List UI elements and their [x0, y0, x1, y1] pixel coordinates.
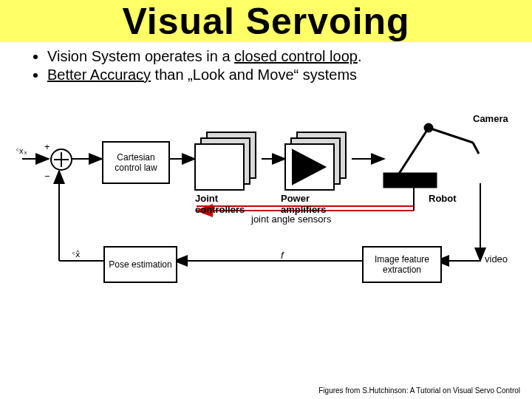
citation: Figures from S.Hutchinson: A Tutorial on… [318, 386, 520, 395]
page-title: Visual Servoing [0, 1, 532, 42]
video-label: video [485, 253, 508, 265]
feedback-symbol: ᶜx̂ [72, 250, 81, 259]
cartesian-control-law-block: Cartesian control law [102, 141, 170, 184]
svg-rect-17 [195, 144, 244, 190]
bullet-1-post: . [358, 48, 362, 64]
bullet-2: Better Accuracy than „Look and Move“ sys… [47, 66, 532, 83]
f-symbol: f [281, 250, 284, 261]
block-diagram: ᶜxₓ + − Cartesian control law Joint cont… [15, 106, 517, 327]
pose-estimation-block: Pose estimation [103, 246, 177, 283]
joint-angle-sensors-label: joint angle sensors [251, 214, 331, 225]
camera-label: Camera [473, 113, 508, 124]
bullet-list: Vision System operates in a closed contr… [18, 48, 532, 83]
bullet-1: Vision System operates in a closed contr… [47, 48, 532, 65]
summing-junction-icon [50, 149, 72, 171]
svg-rect-13 [384, 174, 436, 187]
minus-sign: − [44, 171, 50, 182]
bullet-1-pre: Vision System operates in a [47, 48, 234, 64]
joint-controllers-label: Joint controllers [195, 193, 262, 215]
plus-sign: + [44, 141, 50, 152]
bullet-2-post: than „Look and Move“ systems [151, 66, 357, 83]
robot-label: Robot [429, 193, 457, 204]
title-band: Visual Servoing [0, 0, 532, 42]
power-amplifiers-label: Power amplifiers [281, 193, 355, 215]
svg-point-14 [425, 124, 432, 132]
bullet-2-underline: Better Accuracy [47, 66, 151, 83]
bullet-1-underline: closed control loop [234, 48, 358, 64]
input-symbol: ᶜxₓ [16, 146, 27, 156]
image-feature-extraction-block: Image feature extraction [362, 246, 442, 283]
